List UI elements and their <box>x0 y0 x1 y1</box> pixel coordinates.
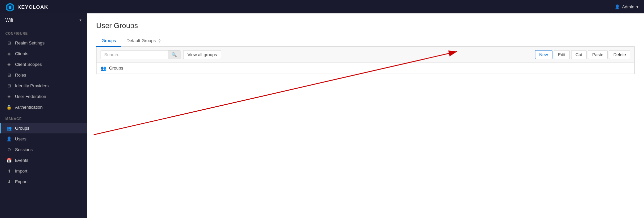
events-icon: 📅 <box>6 157 12 163</box>
user-icon: 👤 <box>615 4 620 9</box>
toolbar-left: 🔍 View all groups <box>101 50 221 59</box>
sidebar-item-client-scopes[interactable]: ◈ Client Scopes <box>0 59 87 70</box>
paste-button[interactable]: Paste <box>588 50 608 59</box>
user-chevron-icon: ▾ <box>636 4 639 9</box>
sidebar-item-label: Events <box>15 158 28 163</box>
authentication-icon: 🔒 <box>6 104 12 110</box>
tab-groups-label: Groups <box>102 38 116 43</box>
sidebar-item-identity-providers[interactable]: ⊞ Identity Providers <box>0 80 87 91</box>
tab-help-icon: ? <box>158 39 161 43</box>
search-box: 🔍 <box>101 50 180 59</box>
sidebar-item-realm-settings[interactable]: ⊞ Realm Settings <box>0 37 87 48</box>
content-area: User Groups Groups Default Groups ? 🔍 Vi… <box>87 13 644 218</box>
sidebar-item-groups[interactable]: 👥 Groups <box>0 123 87 133</box>
realm-chevron-icon: ▾ <box>80 18 82 22</box>
users-icon: 👤 <box>6 136 12 141</box>
group-row-icon: 👥 <box>101 66 106 71</box>
sidebar-item-label: Import <box>15 169 27 174</box>
realm-name: Wifi <box>5 17 13 23</box>
tab-groups[interactable]: Groups <box>96 35 121 47</box>
sidebar-item-roles[interactable]: ⊞ Roles <box>0 70 87 80</box>
import-icon: ⬆ <box>6 168 12 174</box>
client-scopes-icon: ◈ <box>6 62 12 67</box>
delete-button[interactable]: Delete <box>609 50 630 59</box>
group-row-name: Groups <box>109 66 123 71</box>
sidebar-item-events[interactable]: 📅 Events <box>0 155 87 166</box>
sidebar-item-user-federation[interactable]: ◈ User Federation <box>0 91 87 102</box>
tabs-bar: Groups Default Groups ? <box>96 35 635 47</box>
sidebar-item-label: Sessions <box>15 147 33 152</box>
realm-settings-icon: ⊞ <box>6 40 12 45</box>
search-input[interactable] <box>101 50 168 59</box>
sidebar-item-label: Realm Settings <box>15 40 44 45</box>
configure-section-label: Configure <box>0 27 87 37</box>
sidebar-item-label: Groups <box>15 126 29 131</box>
sidebar-item-label: Roles <box>15 73 26 78</box>
cut-button[interactable]: Cut <box>571 50 587 59</box>
groups-toolbar: 🔍 View all groups New Edit Cut Paste Del… <box>96 47 635 63</box>
brand: KEYCLOAK <box>5 2 48 11</box>
clients-icon: ◈ <box>6 51 12 56</box>
user-label: Admin <box>622 4 634 9</box>
sidebar: Wifi ▾ Configure ⊞ Realm Settings ◈ Clie… <box>0 13 87 218</box>
sidebar-item-label: Identity Providers <box>15 83 48 88</box>
sidebar-item-sessions[interactable]: ⊙ Sessions <box>0 144 87 155</box>
brand-name: KEYCLOAK <box>17 4 48 10</box>
keycloak-logo-icon <box>5 2 15 11</box>
main-layout: Wifi ▾ Configure ⊞ Realm Settings ◈ Clie… <box>0 13 644 218</box>
sidebar-item-users[interactable]: 👤 Users <box>0 133 87 144</box>
page-title: User Groups <box>96 21 635 30</box>
table-row[interactable]: 👥 Groups <box>97 63 634 74</box>
sidebar-item-authentication[interactable]: 🔒 Authentication <box>0 102 87 112</box>
user-menu[interactable]: 👤 Admin ▾ <box>615 4 639 9</box>
sidebar-item-export[interactable]: ⬇ Export <box>0 176 87 187</box>
roles-icon: ⊞ <box>6 72 12 78</box>
sidebar-item-label: User Federation <box>15 94 46 99</box>
groups-icon: 👥 <box>6 125 12 131</box>
realm-selector[interactable]: Wifi ▾ <box>0 13 87 27</box>
view-all-groups-button[interactable]: View all groups <box>183 50 221 59</box>
sidebar-item-import[interactable]: ⬆ Import <box>0 166 87 176</box>
export-icon: ⬇ <box>6 179 12 184</box>
search-button[interactable]: 🔍 <box>168 50 180 59</box>
new-button[interactable]: New <box>535 50 552 59</box>
tab-default-groups[interactable]: Default Groups ? <box>121 35 166 47</box>
toolbar-right: New Edit Cut Paste Delete <box>535 50 630 59</box>
manage-section-label: Manage <box>0 112 87 123</box>
sidebar-item-label: Client Scopes <box>15 62 42 67</box>
sessions-icon: ⊙ <box>6 147 12 152</box>
tab-default-groups-label: Default Groups <box>127 38 156 43</box>
sidebar-item-label: Export <box>15 179 28 184</box>
user-federation-icon: ◈ <box>6 94 12 99</box>
identity-providers-icon: ⊞ <box>6 83 12 88</box>
sidebar-item-label: Users <box>15 136 26 141</box>
sidebar-item-label: Authentication <box>15 105 42 110</box>
sidebar-item-clients[interactable]: ◈ Clients <box>0 48 87 59</box>
sidebar-item-label: Clients <box>15 51 28 56</box>
edit-button[interactable]: Edit <box>554 50 570 59</box>
navbar: KEYCLOAK 👤 Admin ▾ <box>0 0 644 13</box>
groups-table: 👥 Groups <box>96 63 635 74</box>
